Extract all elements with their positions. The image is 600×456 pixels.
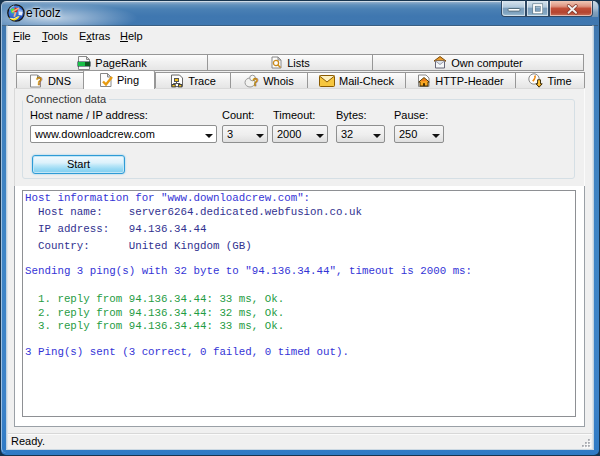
svg-text:?: ?: [36, 75, 43, 87]
svg-text:?: ?: [253, 76, 259, 87]
